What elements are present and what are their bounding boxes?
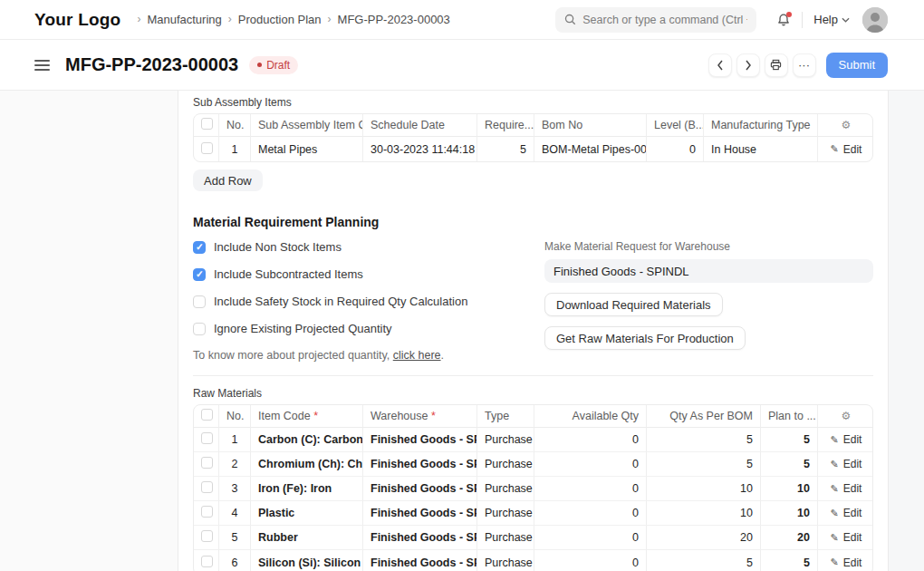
edit-row-button[interactable]: ✎Edit [831,458,862,470]
cell-plan-to[interactable]: 20 [761,526,818,550]
row-checkbox[interactable] [201,506,213,518]
cell-qty-as-per-bom[interactable]: 10 [647,501,761,526]
next-document-button[interactable] [736,53,760,77]
search-icon [564,14,576,25]
cell-type[interactable]: Purchase [477,477,534,501]
cell-warehouse[interactable]: Finished Goods - SPINDL [363,452,477,477]
checkbox-icon[interactable] [193,268,206,281]
cell-type[interactable]: Purchase [477,452,534,477]
breadcrumb-manufacturing[interactable]: Manufacturing [147,13,221,26]
cell-schedule-date[interactable]: 30-03-2023 11:44:18 [363,137,477,161]
row-checkbox[interactable] [201,530,213,542]
cell-no: 1 [219,428,251,452]
cell-type[interactable]: Purchase [477,501,534,526]
row-checkbox[interactable] [201,432,213,444]
cell-plan-to[interactable]: 10 [761,477,818,501]
more-actions-button[interactable]: ··· [793,53,816,77]
search-input[interactable] [582,14,747,26]
help-menu[interactable]: Help [813,13,850,26]
cell-available-qty[interactable]: 0 [534,550,647,571]
global-search[interactable] [555,7,756,33]
cell-qty-as-per-bom[interactable]: 10 [647,477,761,501]
edit-row-button[interactable]: ✎Edit [831,433,862,446]
sub-assembly-add-row-button[interactable]: Add Row [193,169,263,191]
cell-warehouse[interactable]: Finished Goods - SPINDL [363,501,477,526]
cell-available-qty[interactable]: 0 [534,428,647,452]
table-settings-button[interactable]: ⚙ [818,405,873,428]
cell-type[interactable]: Purchase [477,428,534,452]
cell-plan-to[interactable]: 5 [761,452,818,477]
cell-item-code[interactable]: Silicon (Si): Silicon [251,550,363,571]
edit-row-button[interactable]: ✎Edit [831,143,862,156]
row-checkbox[interactable] [201,142,213,154]
cell-available-qty[interactable]: 0 [534,501,647,526]
cell-plan-to[interactable]: 5 [761,550,818,571]
table-row: 5 Rubber Finished Goods - SPINDL Purchas… [194,526,873,550]
cell-qty-as-per-bom[interactable]: 20 [647,526,761,550]
select-all-checkbox[interactable] [201,409,213,421]
cell-item[interactable]: Metal Pipes [251,137,363,161]
chevron-right-icon: › [328,13,332,25]
include-subcontracted-checkbox[interactable]: Include Subcontracted Items [193,267,530,281]
app-logo[interactable]: Your Logo [34,10,120,30]
sidebar-toggle-icon[interactable] [34,60,50,71]
checkbox-icon[interactable] [193,241,206,254]
edit-row-button[interactable]: ✎Edit [831,556,862,569]
cell-available-qty[interactable]: 0 [534,526,647,550]
pencil-icon: ✎ [831,459,839,470]
cell-qty-as-per-bom[interactable]: 5 [647,452,761,477]
cell-warehouse[interactable]: Finished Goods - SPINDL [363,428,477,452]
cell-no: 2 [219,452,251,477]
user-avatar[interactable] [862,7,888,33]
cell-available-qty[interactable]: 0 [534,477,647,501]
sub-assembly-section-label: Sub Assembly Items [193,96,873,109]
pencil-icon: ✎ [831,532,839,544]
cell-manufacturing-type[interactable]: In House [704,137,818,161]
col-no: No. [219,114,251,137]
click-here-link[interactable]: click here [393,349,441,362]
include-non-stock-checkbox[interactable]: Include Non Stock Items [193,240,530,254]
checkbox-icon[interactable] [193,323,206,335]
edit-row-button[interactable]: ✎Edit [831,482,862,495]
edit-row-button[interactable]: ✎Edit [831,531,862,544]
cell-item-code[interactable]: Plastic [251,501,363,526]
submit-button[interactable]: Submit [826,53,888,78]
cell-level[interactable]: 0 [647,137,704,161]
table-settings-button[interactable]: ⚙ [818,114,873,137]
prev-document-button[interactable] [708,53,732,77]
cell-qty-as-per-bom[interactable]: 5 [647,428,761,452]
cell-warehouse[interactable]: Finished Goods - SPINDL [363,550,477,571]
cell-plan-to[interactable]: 10 [761,501,818,526]
notifications-button[interactable] [776,13,791,27]
select-all-checkbox[interactable] [201,118,213,130]
get-raw-materials-button[interactable]: Get Raw Materials For Production [544,326,746,350]
cell-item-code[interactable]: Iron (Fe): Iron [251,477,363,501]
breadcrumb-current-doc[interactable]: MFG-PP-2023-00003 [338,13,450,26]
breadcrumb-production-plan[interactable]: Production Plan [238,13,322,26]
cell-item-code[interactable]: Chromium (Ch): Chrom... [251,452,363,477]
cell-type[interactable]: Purchase [477,550,534,571]
cell-warehouse[interactable]: Finished Goods - SPINDL [363,526,477,550]
include-safety-stock-checkbox[interactable]: Include Safety Stock in Required Qty Cal… [193,295,530,308]
cell-bom-no[interactable]: BOM-Metal Pipes-001 [534,137,647,161]
warehouse-input[interactable] [544,259,873,283]
ignore-projected-qty-checkbox[interactable]: Ignore Existing Projected Quantity [193,322,530,335]
cell-plan-to[interactable]: 5 [761,428,818,452]
notification-dot [786,12,792,17]
row-checkbox[interactable] [201,457,213,469]
row-checkbox[interactable] [201,481,213,493]
status-badge: Draft [249,56,298,74]
required-marker: * [313,410,318,422]
cell-item-code[interactable]: Rubber [251,526,363,550]
cell-required-qty[interactable]: 5 [477,137,534,161]
checkbox-icon[interactable] [193,295,206,308]
cell-warehouse[interactable]: Finished Goods - SPINDL [363,477,477,501]
cell-item-code[interactable]: Carbon (C): Carbon [251,428,363,452]
cell-type[interactable]: Purchase [477,526,534,550]
download-required-materials-button[interactable]: Download Required Materials [544,293,723,316]
print-button[interactable] [765,53,788,77]
cell-available-qty[interactable]: 0 [534,452,647,477]
row-checkbox[interactable] [201,556,213,567]
cell-qty-as-per-bom[interactable]: 5 [647,550,761,571]
edit-row-button[interactable]: ✎Edit [831,507,862,519]
